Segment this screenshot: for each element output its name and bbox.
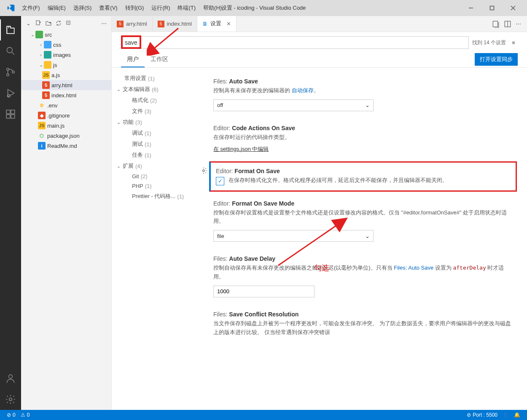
menu-view[interactable]: 查看(V)	[96, 3, 121, 13]
chevron-down-icon[interactable]: ⌄	[24, 19, 32, 27]
menu-edit[interactable]: 编辑(E)	[44, 3, 69, 13]
tree-folder-images[interactable]: ›images	[21, 50, 111, 60]
tab-arry[interactable]: 5arry.html	[112, 16, 153, 32]
svg-rect-1	[490, 6, 494, 10]
toc-features[interactable]: ⌄功能(3)	[112, 117, 202, 128]
menu-select[interactable]: 选择(S)	[70, 3, 95, 13]
status-warnings[interactable]: ⚠0	[18, 412, 32, 418]
tree-file-package[interactable]: ⬡package.json	[21, 131, 111, 141]
maximize-icon[interactable]	[486, 2, 498, 14]
toc-prettier[interactable]: Prettier - 代码格...(1)	[112, 191, 202, 202]
autosave-dropdown[interactable]: off⌄	[213, 99, 374, 111]
more-icon[interactable]: ⋯	[100, 19, 108, 27]
formatonsave-checkbox[interactable]: ✓	[216, 177, 224, 185]
settings-list[interactable]: Files: Auto Save 控制具有未保存更改的编辑器的 自动保存。 of…	[202, 68, 527, 410]
html-file-icon: 5	[42, 81, 50, 89]
setting-formatmode: Editor: Format On Save Mode 控制在保存时设置格式是设…	[207, 195, 519, 247]
menu-goto[interactable]: 转到(G)	[122, 3, 148, 13]
collapse-all-icon[interactable]	[65, 19, 73, 27]
menu-terminal[interactable]: 终端(T)	[174, 3, 199, 13]
sync-settings-button[interactable]: 打开设置同步	[475, 53, 518, 66]
account-icon[interactable]	[0, 368, 21, 389]
setting-formatonsave: Editor: Format On Save ✓ 在保存时格式化文件。格式化程序…	[209, 161, 517, 192]
scope-workspace-tab[interactable]: 工作区	[145, 52, 174, 67]
tree-folder-js[interactable]: ⌄js	[21, 60, 111, 70]
settings-gear-icon[interactable]	[0, 389, 21, 410]
tree-file-readme[interactable]: iReadMe.md	[21, 141, 111, 151]
status-errors[interactable]: ⊘0	[4, 412, 18, 418]
status-port[interactable]: ⊘Port : 5500	[464, 412, 500, 418]
explorer-icon[interactable]	[0, 19, 21, 40]
toc-format[interactable]: 格式化(2)	[112, 95, 202, 106]
broadcast-icon: ⊘	[467, 412, 471, 418]
json-file-icon: ⬡	[38, 132, 46, 139]
svg-point-6	[7, 68, 9, 70]
svg-rect-16	[36, 21, 40, 25]
js-file-icon: JS	[42, 71, 50, 79]
open-settings-json-icon[interactable]	[492, 20, 500, 28]
tab-index[interactable]: 5index.html	[153, 16, 197, 32]
menu-bar: 文件(F) 编辑(E) 选择(S) 查看(V) 转到(G) 运行(R) 终端(T…	[19, 3, 225, 13]
toc-test[interactable]: 测试(1)	[112, 139, 202, 150]
info-file-icon: i	[38, 142, 46, 150]
run-debug-icon[interactable]	[0, 83, 21, 104]
svg-point-26	[203, 169, 205, 171]
toc-files[interactable]: 文件(3)	[112, 106, 202, 117]
tree-folder-css[interactable]: ›css	[21, 40, 111, 50]
search-result-count: 找到 14 个设置	[472, 39, 506, 46]
svg-rect-10	[6, 110, 10, 114]
scope-user-tab[interactable]: 用户	[121, 52, 145, 67]
filter-icon[interactable]: ≡	[509, 40, 518, 46]
html-file-icon: 5	[158, 21, 164, 27]
close-tab-icon[interactable]: ✕	[226, 21, 231, 27]
source-control-icon[interactable]	[0, 62, 21, 83]
extensions-icon[interactable]	[0, 104, 21, 125]
status-bell-icon[interactable]: 🔔	[511, 412, 523, 418]
setting-autosavedelay: Files: Auto Save Delay 控制自动保存具有未保存更改的编辑器…	[207, 250, 519, 302]
toc-php[interactable]: PHP(1)	[112, 181, 202, 191]
error-icon: ⊘	[7, 412, 11, 418]
toc-extensions[interactable]: ⌄扩展(4)	[112, 161, 202, 171]
toc-debug[interactable]: 调试(1)	[112, 128, 202, 139]
window-title: 设置 - icoding - Visual Studio Code	[221, 4, 306, 12]
tree-file-index[interactable]: 5index.html	[21, 90, 111, 100]
svg-rect-11	[11, 110, 15, 114]
new-file-icon[interactable]	[35, 19, 42, 27]
split-editor-icon[interactable]	[504, 20, 511, 28]
refresh-icon[interactable]	[55, 19, 62, 27]
autosavedelay-input[interactable]	[213, 286, 315, 297]
gear-icon[interactable]	[202, 167, 207, 174]
close-icon[interactable]	[507, 2, 519, 14]
new-folder-icon[interactable]	[45, 19, 52, 27]
toc-common[interactable]: 常用设置(1)	[112, 73, 202, 84]
menu-run[interactable]: 运行(R)	[148, 3, 173, 13]
autosave-link[interactable]: Files: Auto Save	[394, 265, 433, 271]
minimize-icon[interactable]	[465, 2, 477, 14]
autosave-link[interactable]: 自动保存	[292, 87, 314, 94]
tree-folder-src[interactable]: ⌄src	[21, 29, 111, 40]
svg-line-5	[12, 52, 14, 54]
toc-task[interactable]: 任务(1)	[112, 150, 202, 161]
tab-actions: ⋯	[487, 16, 527, 32]
titlebar: 文件(F) 编辑(E) 选择(S) 查看(V) 转到(G) 运行(R) 终端(T…	[0, 0, 527, 16]
svg-rect-13	[11, 115, 15, 118]
tree-file-mainjs[interactable]: JSmain.js	[21, 120, 111, 131]
formatmode-dropdown[interactable]: file⌄	[213, 230, 374, 242]
toc-git[interactable]: Git(2)	[112, 171, 202, 181]
tree-file-env[interactable]: ⚙.env	[21, 100, 111, 110]
tree-file-ajs[interactable]: JSa.js	[21, 70, 111, 80]
tree-file-gitignore[interactable]: ◆.gitignore	[21, 110, 111, 120]
tree-file-arry[interactable]: 5arry.html	[21, 80, 111, 90]
edit-in-json-link[interactable]: 在 settings.json 中编辑	[213, 145, 269, 153]
settings-file-icon: 🗎	[202, 21, 208, 27]
search-icon[interactable]	[0, 40, 21, 62]
folder-icon	[44, 41, 51, 48]
menu-file[interactable]: 文件(F)	[19, 3, 43, 13]
chevron-down-icon: ⌄	[365, 233, 370, 239]
tab-settings[interactable]: 🗎设置✕	[197, 16, 237, 32]
settings-search-input[interactable]	[121, 36, 469, 49]
annotation-text-check: 勾选	[314, 263, 329, 273]
toc-texteditor[interactable]: ⌄文本编辑器(6)	[112, 84, 202, 95]
status-feedback-icon[interactable]: 👤	[500, 412, 511, 418]
more-actions-icon[interactable]: ⋯	[516, 21, 522, 27]
